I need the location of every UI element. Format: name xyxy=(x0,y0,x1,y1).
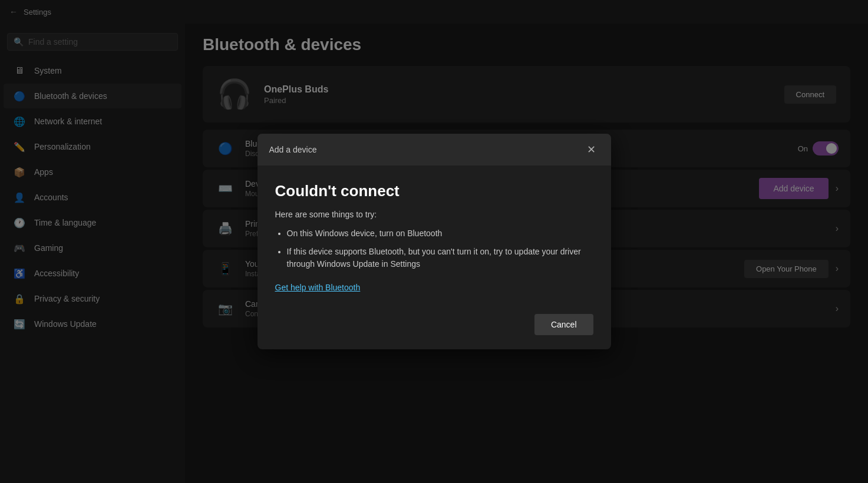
bluetooth-help-link[interactable]: Get help with Bluetooth xyxy=(275,283,361,292)
dialog-main-title: Couldn't connect xyxy=(275,182,593,200)
dialog-close-button[interactable]: ✕ xyxy=(583,142,599,157)
dialog-bullet-item: On this Windows device, turn on Bluetoot… xyxy=(287,227,593,240)
cancel-button[interactable]: Cancel xyxy=(534,314,593,335)
dialog-header: Add a device ✕ xyxy=(258,134,611,166)
dialog-body: Couldn't connect Here are some things to… xyxy=(258,166,611,305)
dialog-overlay: Add a device ✕ Couldn't connect Here are… xyxy=(0,0,868,483)
dialog-footer: Cancel xyxy=(258,305,611,349)
add-device-dialog: Add a device ✕ Couldn't connect Here are… xyxy=(258,134,611,349)
dialog-subtitle: Here are some things to try: xyxy=(275,210,593,219)
dialog-bullet-item: If this device supports Bluetooth, but y… xyxy=(287,246,593,270)
dialog-bullets: On this Windows device, turn on Bluetoot… xyxy=(275,227,593,270)
dialog-header-title: Add a device xyxy=(269,145,317,154)
